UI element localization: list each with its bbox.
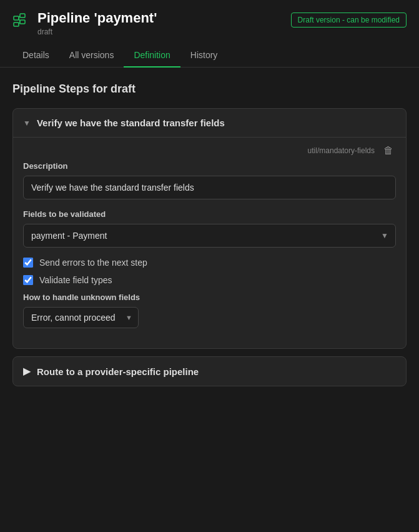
fields-validated-group: Fields to be validated payment - Payment…	[23, 209, 396, 248]
unknown-fields-label: How to handle unknown fields	[23, 293, 396, 302]
validate-types-checkbox-item: Validate field types	[23, 275, 396, 285]
send-errors-label: Send errors to the next step	[39, 258, 147, 268]
unknown-fields-select[interactable]: Error, cannot proceed Ignore Pass throug…	[23, 307, 139, 328]
step-1-body: util/mandatory-fields 🗑 Description Fiel…	[13, 137, 406, 348]
step-2-header[interactable]: ▶ Route to a provider-specific pipeline	[13, 357, 406, 386]
svg-rect-0	[14, 16, 19, 20]
main-content: Pipeline Steps for draft ▼ Verify we hav…	[0, 68, 419, 409]
step-1-meta: util/mandatory-fields 🗑	[23, 138, 396, 161]
fields-select[interactable]: payment - Payment	[23, 224, 396, 248]
pipeline-subtitle: draft	[37, 28, 283, 36]
step-card-2: ▶ Route to a provider-specific pipeline	[12, 356, 407, 386]
validate-types-checkbox[interactable]	[23, 275, 33, 285]
header-title-group: Pipeline 'payment' draft	[37, 10, 283, 36]
step-1-label: Verify we have the standard transfer fie…	[37, 118, 225, 128]
step-card-1: ▼ Verify we have the standard transfer f…	[12, 108, 407, 349]
pipeline-icon	[12, 11, 30, 33]
unknown-fields-group: How to handle unknown fields Error, cann…	[23, 293, 396, 328]
tab-all-versions[interactable]: All versions	[59, 44, 124, 68]
step-1-path: util/mandatory-fields	[308, 146, 375, 155]
svg-rect-2	[20, 20, 25, 24]
svg-rect-1	[20, 14, 25, 18]
section-title: Pipeline Steps for draft	[12, 83, 407, 96]
svg-rect-3	[14, 23, 19, 26]
step-2-chevron: ▶	[23, 366, 31, 377]
draft-badge: Draft version - can be modified	[291, 13, 407, 28]
step-1-chevron: ▼	[23, 119, 31, 128]
description-label: Description	[23, 161, 396, 171]
send-errors-checkbox-item: Send errors to the next step	[23, 258, 396, 268]
fields-label: Fields to be validated	[23, 209, 396, 219]
step-1-delete-button[interactable]: 🗑	[381, 144, 396, 158]
unknown-fields-select-wrapper: Error, cannot proceed Ignore Pass throug…	[23, 307, 139, 328]
send-errors-checkbox[interactable]	[23, 258, 33, 268]
pipeline-title: Pipeline 'payment'	[37, 10, 283, 26]
step-1-header[interactable]: ▼ Verify we have the standard transfer f…	[13, 109, 406, 137]
fields-select-wrapper: payment - Payment ▼	[23, 224, 396, 248]
tabs: Details All versions Definition History	[12, 44, 407, 67]
description-field-group: Description	[23, 161, 396, 199]
step-2-label: Route to a provider-specific pipeline	[37, 366, 199, 377]
tab-details[interactable]: Details	[12, 44, 59, 68]
tab-definition[interactable]: Definition	[124, 44, 180, 68]
description-input[interactable]	[23, 176, 396, 199]
tab-history[interactable]: History	[180, 44, 228, 68]
validate-types-label: Validate field types	[39, 275, 112, 285]
header: Pipeline 'payment' draft Draft version -…	[0, 0, 419, 68]
